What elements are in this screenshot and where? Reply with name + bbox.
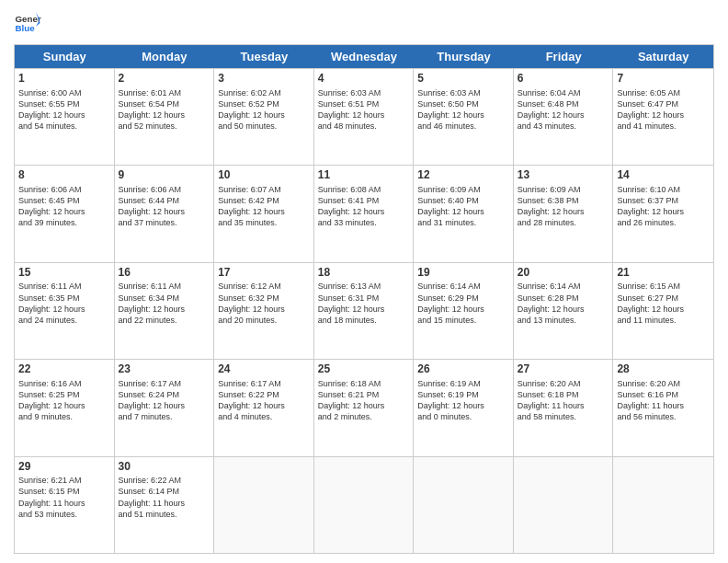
cell-info: Sunrise: 6:03 AMSunset: 6:50 PMDaylight:… — [417, 87, 509, 132]
day-cell-17: 17Sunrise: 6:12 AMSunset: 6:32 PMDayligh… — [214, 263, 314, 359]
cell-info: Sunrise: 6:11 AMSunset: 6:35 PMDaylight:… — [18, 281, 110, 326]
day-cell-18: 18Sunrise: 6:13 AMSunset: 6:31 PMDayligh… — [314, 263, 415, 359]
day-cell-20: 20Sunrise: 6:14 AMSunset: 6:28 PMDayligh… — [514, 263, 614, 359]
header-day-friday: Friday — [514, 45, 614, 68]
cell-info: Sunrise: 6:20 AMSunset: 6:16 PMDaylight:… — [617, 378, 710, 423]
day-cell-4: 4Sunrise: 6:03 AMSunset: 6:51 PMDaylight… — [314, 69, 415, 165]
cell-info: Sunrise: 6:02 AMSunset: 6:52 PMDaylight:… — [218, 87, 310, 132]
calendar-row-3: 15Sunrise: 6:11 AMSunset: 6:35 PMDayligh… — [15, 262, 713, 359]
day-cell-12: 12Sunrise: 6:09 AMSunset: 6:40 PMDayligh… — [414, 166, 514, 261]
cell-info: Sunrise: 6:10 AMSunset: 6:37 PMDaylight:… — [617, 184, 710, 229]
day-number: 28 — [617, 362, 710, 377]
cell-info: Sunrise: 6:00 AMSunset: 6:55 PMDaylight:… — [18, 87, 110, 132]
day-number: 4 — [318, 72, 410, 86]
day-number: 2 — [119, 72, 210, 86]
header-day-sunday: Sunday — [15, 45, 115, 68]
calendar-body: 1Sunrise: 6:00 AMSunset: 6:55 PMDaylight… — [15, 68, 713, 553]
cell-info: Sunrise: 6:22 AMSunset: 6:14 PMDaylight:… — [119, 475, 210, 520]
day-number: 10 — [218, 168, 310, 183]
day-number: 7 — [617, 72, 710, 86]
day-cell-6: 6Sunrise: 6:04 AMSunset: 6:48 PMDaylight… — [514, 69, 614, 165]
day-number: 19 — [417, 266, 509, 281]
day-cell-15: 15Sunrise: 6:11 AMSunset: 6:35 PMDayligh… — [15, 263, 115, 359]
day-number: 26 — [417, 362, 509, 377]
cell-info: Sunrise: 6:05 AMSunset: 6:47 PMDaylight:… — [617, 87, 710, 132]
calendar-header: SundayMondayTuesdayWednesdayThursdayFrid… — [15, 45, 713, 68]
day-number: 3 — [218, 72, 310, 86]
day-cell-3: 3Sunrise: 6:02 AMSunset: 6:52 PMDaylight… — [214, 69, 314, 165]
cell-info: Sunrise: 6:04 AMSunset: 6:48 PMDaylight:… — [518, 87, 609, 132]
empty-cell — [214, 457, 314, 553]
cell-info: Sunrise: 6:16 AMSunset: 6:25 PMDaylight:… — [18, 378, 110, 423]
day-cell-14: 14Sunrise: 6:10 AMSunset: 6:37 PMDayligh… — [613, 166, 713, 261]
cell-info: Sunrise: 6:06 AMSunset: 6:45 PMDaylight:… — [18, 184, 110, 229]
cell-info: Sunrise: 6:15 AMSunset: 6:27 PMDaylight:… — [617, 281, 710, 326]
day-number: 27 — [518, 362, 609, 377]
day-number: 23 — [119, 362, 210, 377]
day-number: 11 — [318, 168, 410, 183]
day-cell-25: 25Sunrise: 6:18 AMSunset: 6:21 PMDayligh… — [314, 360, 415, 455]
logo-icon: General Blue — [14, 9, 41, 37]
cell-info: Sunrise: 6:13 AMSunset: 6:31 PMDaylight:… — [318, 281, 410, 326]
day-cell-23: 23Sunrise: 6:17 AMSunset: 6:24 PMDayligh… — [115, 360, 215, 455]
svg-text:Blue: Blue — [16, 23, 36, 33]
cell-info: Sunrise: 6:21 AMSunset: 6:15 PMDaylight:… — [18, 475, 110, 520]
header-day-tuesday: Tuesday — [214, 45, 314, 68]
day-number: 20 — [518, 266, 609, 281]
day-number: 15 — [18, 266, 110, 281]
header-day-monday: Monday — [115, 45, 215, 68]
day-cell-22: 22Sunrise: 6:16 AMSunset: 6:25 PMDayligh… — [15, 360, 115, 455]
svg-text:General: General — [16, 14, 42, 24]
cell-info: Sunrise: 6:01 AMSunset: 6:54 PMDaylight:… — [119, 87, 210, 132]
day-cell-10: 10Sunrise: 6:07 AMSunset: 6:42 PMDayligh… — [214, 166, 314, 261]
cell-info: Sunrise: 6:06 AMSunset: 6:44 PMDaylight:… — [119, 184, 210, 229]
day-number: 17 — [218, 266, 310, 281]
day-number: 29 — [18, 460, 110, 475]
day-cell-11: 11Sunrise: 6:08 AMSunset: 6:41 PMDayligh… — [314, 166, 415, 261]
header-day-thursday: Thursday — [414, 45, 514, 68]
day-cell-7: 7Sunrise: 6:05 AMSunset: 6:47 PMDaylight… — [613, 69, 713, 165]
day-cell-16: 16Sunrise: 6:11 AMSunset: 6:34 PMDayligh… — [115, 263, 215, 359]
cell-info: Sunrise: 6:09 AMSunset: 6:40 PMDaylight:… — [417, 184, 509, 229]
cell-info: Sunrise: 6:03 AMSunset: 6:51 PMDaylight:… — [318, 87, 410, 132]
day-cell-30: 30Sunrise: 6:22 AMSunset: 6:14 PMDayligh… — [115, 457, 215, 553]
day-cell-5: 5Sunrise: 6:03 AMSunset: 6:50 PMDaylight… — [414, 69, 514, 165]
day-number: 9 — [119, 168, 210, 183]
cell-info: Sunrise: 6:17 AMSunset: 6:22 PMDaylight:… — [218, 378, 310, 423]
empty-cell — [514, 457, 614, 553]
calendar-row-2: 8Sunrise: 6:06 AMSunset: 6:45 PMDaylight… — [15, 165, 713, 261]
day-cell-8: 8Sunrise: 6:06 AMSunset: 6:45 PMDaylight… — [15, 166, 115, 261]
cell-info: Sunrise: 6:19 AMSunset: 6:19 PMDaylight:… — [417, 378, 509, 423]
calendar-row-4: 22Sunrise: 6:16 AMSunset: 6:25 PMDayligh… — [15, 359, 713, 455]
day-number: 25 — [318, 362, 410, 377]
calendar-row-5: 29Sunrise: 6:21 AMSunset: 6:15 PMDayligh… — [15, 456, 713, 553]
cell-info: Sunrise: 6:17 AMSunset: 6:24 PMDaylight:… — [119, 378, 210, 423]
empty-cell — [613, 457, 713, 553]
cell-info: Sunrise: 6:18 AMSunset: 6:21 PMDaylight:… — [318, 378, 410, 423]
day-number: 14 — [617, 168, 710, 183]
day-cell-24: 24Sunrise: 6:17 AMSunset: 6:22 PMDayligh… — [214, 360, 314, 455]
day-number: 16 — [119, 266, 210, 281]
day-number: 1 — [18, 72, 110, 86]
day-number: 8 — [18, 168, 110, 183]
cell-info: Sunrise: 6:07 AMSunset: 6:42 PMDaylight:… — [218, 184, 310, 229]
day-cell-9: 9Sunrise: 6:06 AMSunset: 6:44 PMDaylight… — [115, 166, 215, 261]
day-cell-29: 29Sunrise: 6:21 AMSunset: 6:15 PMDayligh… — [15, 457, 115, 553]
day-cell-13: 13Sunrise: 6:09 AMSunset: 6:38 PMDayligh… — [514, 166, 614, 261]
day-cell-28: 28Sunrise: 6:20 AMSunset: 6:16 PMDayligh… — [613, 360, 713, 455]
calendar: SundayMondayTuesdayWednesdayThursdayFrid… — [14, 44, 714, 554]
day-number: 30 — [119, 460, 210, 475]
cell-info: Sunrise: 6:20 AMSunset: 6:18 PMDaylight:… — [518, 378, 609, 423]
cell-info: Sunrise: 6:11 AMSunset: 6:34 PMDaylight:… — [119, 281, 210, 326]
cell-info: Sunrise: 6:12 AMSunset: 6:32 PMDaylight:… — [218, 281, 310, 326]
page: General Blue SundayMondayTuesdayWednesda… — [0, 0, 728, 563]
empty-cell — [414, 457, 514, 553]
day-number: 5 — [417, 72, 509, 86]
cell-info: Sunrise: 6:09 AMSunset: 6:38 PMDaylight:… — [518, 184, 609, 229]
day-number: 24 — [218, 362, 310, 377]
day-number: 6 — [518, 72, 609, 86]
calendar-row-1: 1Sunrise: 6:00 AMSunset: 6:55 PMDaylight… — [15, 68, 713, 165]
day-number: 18 — [318, 266, 410, 281]
day-number: 21 — [617, 266, 710, 281]
day-cell-2: 2Sunrise: 6:01 AMSunset: 6:54 PMDaylight… — [115, 69, 215, 165]
